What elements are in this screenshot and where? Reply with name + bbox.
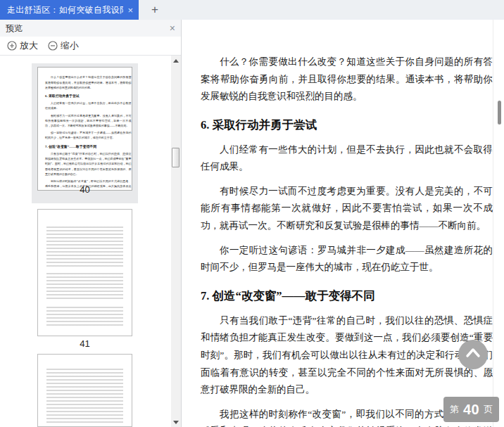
thumbnail-page-40[interactable]: 什么？你需要做出什么改变？知道这些关于你自身问题的所有答案将帮助你奋勇向前，并且… (37, 67, 132, 191)
reading-pane: 什么？你需要做出什么改变？知道这些关于你自身问题的所有答案将帮助你奋勇向前，并且… (182, 20, 504, 427)
paragraph: 人们经常有一些伟大的计划，但是不去执行，因此也就不会取得任何成果。 (201, 141, 493, 176)
ebook-reader-window: 走出舒适区：如何突破自我设限 × + 预览 × 放大 缩小 (0, 0, 504, 427)
thumbnail-list: 什么？你需要做出什么改变？知道这些关于你自身问题的所有答案将帮助你奋勇向前，并且… (0, 56, 172, 427)
tab-bar: 走出舒适区：如何突破自我设限 × + (0, 0, 504, 20)
scroll-up-arrow[interactable] (171, 56, 181, 65)
thumbnail-item-40-selected[interactable]: 什么？你需要做出什么改变？知道这些关于你自身问题的所有答案将帮助你奋勇向前，并且… (32, 63, 138, 203)
page-badge-prefix: 第 (450, 403, 459, 416)
paragraph: 只有当我们敢于“违背”往常的自己时，我们以往的恐惧、恐惧症和情绪负担才能真正发生… (201, 312, 493, 399)
book-page-content: 什么？你需要做出什么改变？知道这些关于你自身问题的所有答案将帮助你奋勇向前，并且… (201, 20, 493, 427)
triangle-down-icon (173, 421, 179, 424)
zoom-out-button[interactable]: 缩小 (48, 39, 79, 52)
triangle-up-icon (173, 59, 179, 63)
scroll-down-arrow[interactable] (171, 417, 181, 427)
preview-panel-header: 预览 × (0, 20, 181, 37)
thumbnail-zoom-toolbar: 放大 缩小 (0, 37, 181, 56)
preview-sidebar: 预览 × 放大 缩小 什么？你需要做出什么改变？知道这些关于你自身问题的所 (0, 20, 182, 427)
tab-close-icon[interactable]: × (127, 6, 133, 15)
section-6-heading: 6. 采取行动并勇于尝试 (201, 117, 493, 133)
page-number-badge: 第 40 页 (443, 397, 499, 422)
thumbnail-page-42[interactable] (37, 354, 132, 427)
thumbnail-page-41[interactable] (37, 209, 132, 336)
page-badge-suffix: 页 (484, 403, 493, 416)
paragraph: 有时候尽力一试而不过度考虑更为重要。没有人是完美的，不可能所有事情都能第一次就做… (201, 183, 493, 235)
zoom-in-button[interactable]: 放大 (7, 39, 38, 52)
thumbnail-page-number-40: 40 (32, 184, 138, 195)
zoom-in-icon (7, 41, 17, 51)
section-7-heading: 7. 创造“改变窗”——敢于变得不同 (201, 288, 493, 304)
zoom-out-icon (48, 41, 58, 51)
paragraph: 什么？你需要做出什么改变？知道这些关于你自身问题的所有答案将帮助你奋勇向前，并且… (201, 53, 493, 106)
paragraph: 你一定听过这句谚语：罗马城并非一夕建成——虽然建造所花的时间不少，但罗马是一座伟… (201, 242, 493, 276)
tab-title: 走出舒适区：如何突破自我设限 (7, 4, 123, 16)
zoom-out-label: 缩小 (61, 39, 79, 52)
new-tab-button[interactable]: + (144, 0, 165, 20)
tab-book[interactable]: 走出舒适区：如何突破自我设限 × (0, 0, 139, 20)
back-to-top-button[interactable] (458, 340, 488, 369)
panel-close-icon[interactable]: × (170, 23, 175, 33)
zoom-in-label: 放大 (20, 39, 38, 52)
chevron-up-icon (458, 338, 488, 371)
preview-panel-title: 预览 (6, 23, 23, 34)
sidebar-scrollbar-thumb[interactable] (172, 148, 179, 167)
thumbnail-page-number-41: 41 (32, 338, 138, 349)
thumbnail-page-40-content: 什么？你需要做出什么改变？知道这些关于你自身问题的所有答案将帮助你奋勇向前，并且… (38, 68, 130, 191)
main-scrollbar-thumb[interactable] (498, 101, 501, 125)
page-edge-divider (493, 20, 493, 427)
sidebar-scrollbar[interactable] (171, 56, 181, 427)
page-badge-number: 40 (463, 402, 479, 418)
